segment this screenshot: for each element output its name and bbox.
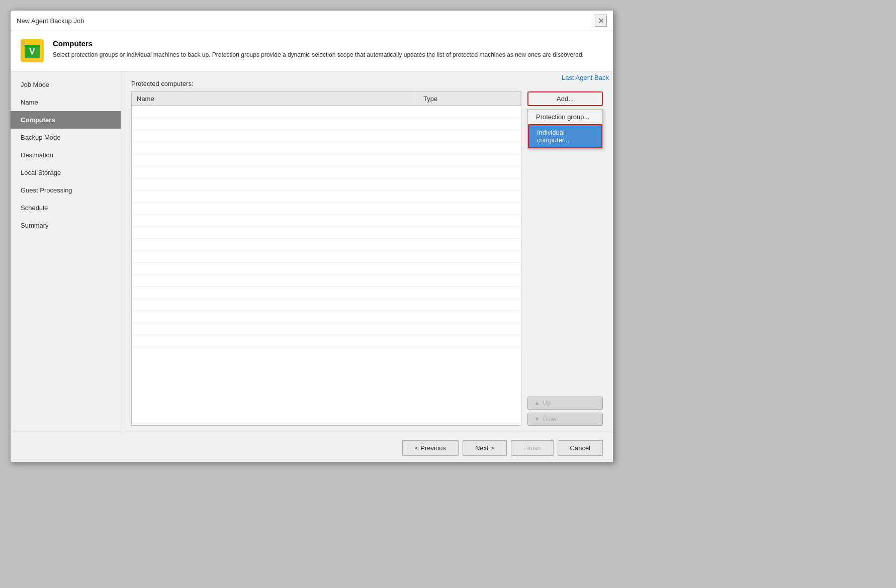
table-and-controls: Name Type — [131, 91, 603, 426]
sidebar: Job Mode Name Computers Backup Mode Dest… — [11, 72, 121, 434]
table-row — [132, 323, 521, 335]
table-row — [132, 203, 521, 215]
table-row — [132, 227, 521, 239]
header-title: Computers — [53, 39, 584, 48]
table-rows — [132, 106, 521, 425]
up-down-buttons: ▲ Up ▼ Down — [527, 397, 603, 426]
protection-group-option[interactable]: Protection group... — [528, 110, 602, 124]
table-row — [132, 142, 521, 154]
protected-computers-label: Protected computers: — [131, 80, 603, 87]
sidebar-item-guest-processing[interactable]: Guest Processing — [11, 181, 121, 199]
table-header: Name Type — [132, 92, 521, 106]
sidebar-item-destination[interactable]: Destination — [11, 146, 121, 164]
sidebar-item-summary[interactable]: Summary — [11, 217, 121, 234]
individual-computer-option[interactable]: Individual computer... — [528, 124, 602, 148]
table-row — [132, 178, 521, 190]
right-controls: Add... Protection group... Individual co… — [527, 91, 603, 426]
column-name: Name — [132, 92, 418, 106]
main-panel: Protected computers: Name Type — [121, 72, 613, 434]
header-section: V Computers Select protection groups or … — [11, 31, 613, 72]
computers-icon: V — [21, 39, 45, 63]
header-description: Select protection groups or individual m… — [53, 51, 584, 59]
close-button[interactable]: ✕ — [595, 15, 607, 27]
table-row — [132, 299, 521, 311]
sidebar-item-schedule[interactable]: Schedule — [11, 199, 121, 217]
sidebar-item-name[interactable]: Name — [11, 93, 121, 111]
footer: < Previous Next > Finish Cancel — [11, 434, 613, 462]
protected-computers-table: Name Type — [131, 91, 521, 426]
table-row — [132, 287, 521, 299]
next-button[interactable]: Next > — [463, 440, 507, 456]
column-type: Type — [418, 92, 521, 106]
table-row — [132, 275, 521, 287]
down-button[interactable]: ▼ Down — [527, 413, 603, 426]
up-arrow-icon: ▲ — [534, 400, 540, 407]
table-row — [132, 106, 521, 118]
table-row — [132, 311, 521, 323]
table-row — [132, 251, 521, 263]
table-row — [132, 166, 521, 178]
table-row — [132, 239, 521, 251]
table-row — [132, 263, 521, 275]
table-row — [132, 118, 521, 130]
header-text: Computers Select protection groups or in… — [53, 39, 584, 59]
table-row — [132, 215, 521, 227]
up-button[interactable]: ▲ Up — [527, 397, 603, 410]
sidebar-item-computers[interactable]: Computers — [11, 111, 121, 129]
finish-button[interactable]: Finish — [511, 440, 554, 456]
table-row — [132, 190, 521, 203]
sidebar-item-local-storage[interactable]: Local Storage — [11, 164, 121, 181]
table-row — [132, 335, 521, 347]
new-agent-backup-job-dialog: New Agent Backup Job ✕ V Computers Selec… — [10, 10, 613, 462]
title-bar: New Agent Backup Job ✕ — [11, 11, 613, 31]
sidebar-item-job-mode[interactable]: Job Mode — [11, 76, 121, 93]
table-row — [132, 154, 521, 166]
last-agent-back-link[interactable]: Last Agent Back — [558, 72, 613, 83]
down-arrow-icon: ▼ — [534, 416, 540, 423]
table-row — [132, 130, 521, 142]
sidebar-item-backup-mode[interactable]: Backup Mode — [11, 129, 121, 146]
cancel-button[interactable]: Cancel — [558, 440, 603, 456]
dialog-title: New Agent Backup Job — [17, 17, 84, 25]
previous-button[interactable]: < Previous — [402, 440, 459, 456]
add-button[interactable]: Add... — [527, 91, 603, 106]
add-dropdown-menu: Protection group... Individual computer.… — [527, 109, 603, 149]
content-area: Job Mode Name Computers Backup Mode Dest… — [11, 72, 613, 434]
